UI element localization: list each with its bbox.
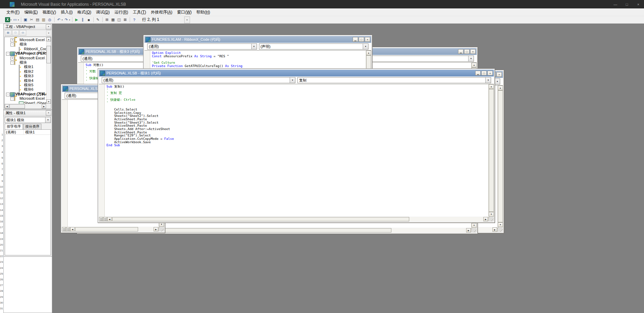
tree-item[interactable]: 模块6 [5, 87, 46, 92]
view-excel-icon[interactable]: X▾ [5, 17, 12, 23]
tree-item[interactable]: -VBAProject (PERSONAL.XLSB) [5, 51, 46, 56]
collapse-icon[interactable]: - [10, 43, 14, 46]
horizontal-scrollbar[interactable] [75, 227, 154, 231]
tree-item[interactable]: 模块4 [5, 79, 46, 83]
insert-userform-icon[interactable]: ▭▾ [12, 17, 19, 23]
project-explorer-icon[interactable]: ⊞ [104, 17, 110, 23]
close-button[interactable]: × [487, 71, 493, 75]
tree-item[interactable]: 模块3 [5, 74, 46, 78]
app-minimize-button[interactable]: — [610, 0, 621, 8]
collapse-icon[interactable]: - [10, 97, 14, 101]
resize-grip[interactable] [497, 227, 503, 232]
reset-icon[interactable]: ■ [86, 17, 92, 23]
tree-item[interactable]: -模块 [5, 60, 46, 65]
scroll-down-icon[interactable]: ▼ [489, 212, 494, 217]
scroll-right-icon[interactable]: ▶ [483, 217, 488, 221]
vertical-scrollbar[interactable]: ▲▼ [497, 86, 503, 227]
undo-icon[interactable]: ↶▾ [56, 17, 63, 23]
scroll-thumb[interactable] [75, 227, 138, 231]
tree-item[interactable]: +Microsoft Excel 对象 [5, 56, 46, 60]
menu-item-1[interactable]: 编辑(E) [22, 8, 40, 16]
full-module-view-button[interactable] [103, 217, 107, 221]
scroll-down-icon[interactable]: ▼ [498, 222, 503, 227]
tree-item[interactable]: Sheet1 (Sheet1) [5, 101, 46, 104]
scroll-left-icon[interactable]: ◀ [70, 227, 75, 231]
cut-icon[interactable]: ✂ [29, 17, 34, 23]
chevron-down-icon[interactable]: ▼ [45, 117, 51, 123]
resize-grip[interactable] [471, 228, 477, 232]
menu-item-10[interactable]: 帮助(H) [194, 8, 213, 16]
chevron-down-icon[interactable]: ▼ [363, 44, 368, 49]
menu-item-8[interactable]: 外接程序(A) [149, 8, 175, 16]
scroll-thumb[interactable] [9, 104, 25, 108]
tree-vertical-scrollbar[interactable]: ▲ ▼ [46, 37, 51, 104]
properties-close-icon[interactable]: × [46, 111, 51, 116]
save-icon[interactable]: ▣ [23, 17, 28, 23]
menu-item-4[interactable]: 格式(O) [75, 8, 94, 16]
scroll-thumb[interactable] [489, 89, 494, 212]
property-value[interactable]: 模块1 [24, 130, 51, 134]
object-selector-dropdown[interactable]: 模块1 模块 ▼ [5, 117, 51, 123]
app-close-button[interactable]: × [633, 0, 644, 8]
window-titlebar[interactable]: PERSONAL.XLSB - 模块1 (代码)▁□× [99, 70, 494, 76]
resize-grip[interactable] [158, 227, 164, 231]
properties-header[interactable]: 属性 - 模块1 × [4, 110, 52, 116]
break-icon[interactable]: ∥ [80, 17, 86, 23]
tree-item[interactable]: 模块5 [5, 83, 46, 87]
tab-categorized[interactable]: 按分类序 [23, 124, 41, 130]
project-explorer-close-icon[interactable]: × [46, 24, 51, 29]
procedure-view-button[interactable] [62, 227, 66, 231]
scroll-up-icon[interactable]: ▲ [498, 86, 503, 90]
tree-item[interactable]: -VBAProject (万科A [5, 92, 46, 96]
chevron-down-icon[interactable]: ▾ [46, 30, 51, 36]
procedure-view-button[interactable] [99, 217, 103, 221]
tree-item[interactable]: -模块 [5, 42, 46, 46]
object-dropdown[interactable]: (通用)▼ [102, 77, 295, 83]
procedure-dropdown[interactable]: 复制▼ [297, 77, 491, 83]
view-code-button[interactable]: ▤ [5, 30, 11, 36]
menu-item-3[interactable]: 插入(I) [58, 8, 75, 16]
scroll-up-icon[interactable]: ▲ [366, 51, 371, 55]
project-explorer-header[interactable]: 工程 - VBAProject × [4, 24, 52, 30]
menu-item-2[interactable]: 视图(V) [40, 8, 58, 16]
tab-alphabetic[interactable]: 按字母序 [5, 124, 23, 130]
scroll-up-icon[interactable]: ▲ [489, 84, 494, 89]
redo-icon[interactable]: ↷▾ [63, 17, 70, 23]
vertical-scrollbar[interactable]: ▲▼ [488, 84, 494, 217]
tree-item[interactable]: 模块2 [5, 69, 46, 74]
menu-item-9[interactable]: 窗口(W) [175, 8, 194, 16]
chevron-down-icon[interactable]: ▾ [10, 19, 11, 21]
scroll-down-icon[interactable]: ▼ [472, 223, 477, 228]
maximize-button[interactable]: □ [481, 71, 487, 75]
scroll-right-icon[interactable]: ▶ [42, 104, 46, 108]
properties-window-icon[interactable]: ▦ [110, 17, 116, 23]
tree-item[interactable]: -Microsoft Excel 对象 [5, 96, 46, 101]
close-button[interactable]: × [496, 72, 502, 77]
view-object-button[interactable]: □ [12, 30, 19, 36]
tree-item[interactable]: 模块1 [5, 65, 46, 69]
code-editor[interactable]: Sub 复制()'' 复制 宏'' 快捷键: Ctrl+o' Cells.Sel… [99, 84, 494, 217]
horizontal-scrollbar[interactable] [112, 217, 483, 221]
run-icon[interactable]: ▶ [74, 17, 79, 23]
toolbar-options-button[interactable]: ▾ [184, 17, 190, 23]
chevron-down-icon[interactable]: ▼ [494, 79, 500, 84]
scroll-up-icon[interactable]: ▲ [472, 63, 477, 67]
chevron-down-icon[interactable]: ▼ [251, 44, 257, 49]
chevron-down-icon[interactable]: ▼ [485, 77, 491, 83]
scroll-thumb[interactable] [498, 90, 503, 222]
window-titlebar[interactable]: FUNCRES.XLAM - RibbonX_Code (代码)▁□× [144, 36, 371, 43]
collapse-icon[interactable]: - [10, 61, 14, 65]
maximize-button[interactable]: □ [464, 49, 470, 54]
design-mode-icon[interactable]: ✎ [95, 17, 101, 23]
minimize-button[interactable]: ▁ [458, 49, 463, 54]
scroll-down-icon[interactable]: ▼ [46, 99, 51, 104]
chevron-down-icon[interactable]: ▾ [62, 19, 63, 21]
menu-item-6[interactable]: 运行(R) [112, 8, 131, 16]
toolbox-icon[interactable]: ⊠ [122, 17, 128, 23]
toggle-folders-button[interactable]: ▭ [20, 30, 26, 36]
copy-icon[interactable]: ▤ [35, 17, 40, 23]
procedure-dropdown[interactable]: (声明)▼ [259, 43, 369, 50]
find-icon[interactable]: ◎ [47, 17, 53, 23]
minimize-button[interactable]: ▁ [475, 71, 481, 75]
object-dropdown[interactable]: (通用)▼ [147, 43, 257, 50]
